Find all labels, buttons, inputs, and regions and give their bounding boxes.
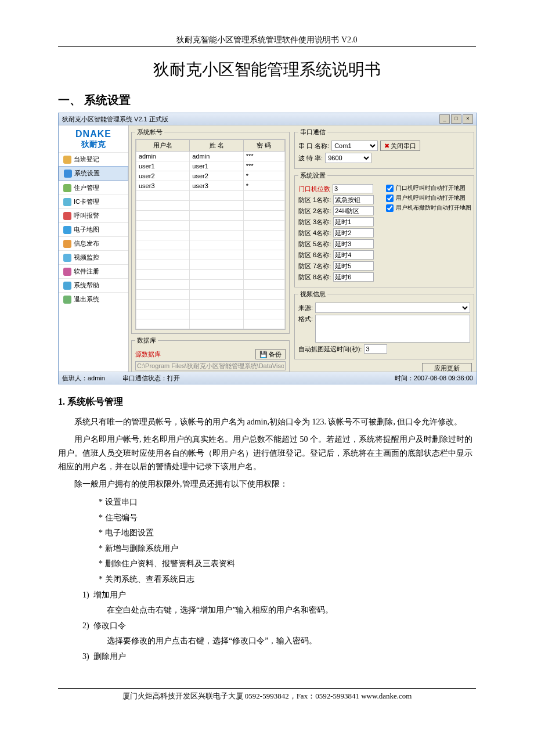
auto-map-label-0: 门口机呼叫时自动打开地图: [396, 184, 466, 192]
nav-icon: [63, 184, 71, 192]
baud-label: 波 特 率:: [298, 154, 323, 163]
nav-icon: [63, 198, 71, 206]
db-source-label: 源数据库: [135, 350, 161, 359]
zone-input-7[interactable]: [333, 272, 374, 282]
zone-label-2: 防区 3名称:: [298, 218, 331, 226]
video-src-select[interactable]: [315, 303, 470, 313]
db-backup-button[interactable]: 💾备份: [255, 349, 286, 359]
zone-input-1[interactable]: [333, 206, 374, 215]
doc-title: 狄耐克小区智能管理系统说明书: [58, 59, 476, 81]
sidebar-item-2[interactable]: 住户管理: [59, 181, 128, 195]
nav-icon: [63, 156, 71, 164]
nav-label: 软件注册: [74, 267, 99, 276]
nav-label: 系统帮助: [74, 281, 99, 290]
video-fmt-box[interactable]: [315, 315, 470, 343]
steps-list: 1) 增加用户在空白处点击右键，选择“增加用户”输入相应的用户名和密码。2) 修…: [82, 588, 476, 665]
zone-input-0[interactable]: [333, 195, 374, 204]
section-1-1: 1. 系统帐号管理: [58, 396, 476, 408]
auto-map-chk-1[interactable]: [386, 195, 394, 202]
nav-label: 视频监控: [74, 253, 99, 262]
nav-label: 住户管理: [74, 183, 99, 192]
baud-select[interactable]: 9600: [325, 153, 371, 163]
maximize-button[interactable]: □: [451, 114, 461, 124]
zone-input-4[interactable]: [333, 239, 374, 249]
nav-label: 系统设置: [74, 169, 100, 178]
zone-label-6: 防区 7名称:: [298, 262, 331, 271]
save-icon: 💾: [259, 351, 268, 358]
para-3: 除一般用户拥有的使用权限外,管理员还拥有以下使用权限：: [58, 477, 476, 491]
nav-icon: [64, 170, 72, 178]
status-time: 时间：2007-08-08 09:36:00: [395, 374, 473, 383]
close-port-button[interactable]: ✖ 关闭串口: [380, 141, 420, 151]
accounts-legend: 系统帐号: [135, 128, 164, 136]
sidebar-item-8[interactable]: 软件注册: [59, 264, 128, 278]
zone-label-7: 防区 8名称:: [298, 273, 331, 282]
nav-icon: [63, 240, 71, 248]
auto-map-chk-0[interactable]: [386, 185, 394, 192]
nav-icon: [63, 254, 71, 262]
sys-legend: 系统设置: [298, 171, 327, 180]
status-bar: 值班人：admin 串口通信状态：打开 时间：2007-08-08 09:36:…: [59, 372, 477, 384]
db-path-field: [135, 361, 286, 370]
nav-icon: [63, 296, 71, 304]
nav-label: 电子地图: [74, 225, 99, 234]
sidebar: DNAKE狄耐克 当班登记系统设置住户管理IC卡管理呼叫报警电子地图信息发布视频…: [59, 125, 129, 372]
zone-input-5[interactable]: [333, 250, 374, 260]
auto-map-chk-2[interactable]: [386, 204, 394, 212]
logo: DNAKE狄耐克: [59, 125, 128, 151]
window-titlebar: 狄耐克小区智能管理系统 V2.1 正式版 _ □ ×: [59, 113, 477, 125]
close-button[interactable]: ×: [463, 114, 473, 124]
zone-label-4: 防区 5名称:: [298, 240, 331, 249]
sidebar-item-10[interactable]: 退出系统: [59, 292, 128, 306]
para-1: 系统只有唯一的管理员帐号，该帐号的用户名为 admin,初始口令为 123. 该…: [58, 415, 476, 429]
doc-header: 狄耐克智能小区管理系统管理软件使用说明书 V2.0: [58, 35, 476, 47]
delay-input[interactable]: [364, 344, 387, 354]
sidebar-item-6[interactable]: 信息发布: [59, 236, 128, 250]
zone-label-5: 防区 6名称:: [298, 251, 331, 260]
nav-label: IC卡管理: [74, 197, 99, 206]
video-legend: 视频信息: [298, 290, 327, 298]
nav-label: 退出系统: [74, 295, 99, 304]
sidebar-item-0[interactable]: 当班登记: [59, 152, 128, 166]
nav-icon: [63, 268, 71, 276]
sidebar-item-7[interactable]: 视频监控: [59, 250, 128, 264]
video-src-label: 来源:: [298, 304, 313, 312]
app-screenshot: 狄耐克小区智能管理系统 V2.1 正式版 _ □ × DNAKE狄耐克 当班登记…: [58, 113, 477, 384]
accounts-table[interactable]: 用户名姓 名密 码adminadmin***user1user1***user2…: [136, 139, 285, 329]
sidebar-item-5[interactable]: 电子地图: [59, 222, 128, 236]
door-label: 门口机位数: [298, 185, 330, 193]
serial-legend: 串口通信: [298, 128, 327, 136]
doc-footer: 厦门火炬高科技开发区兴联电子大厦 0592-5993842，Fax：0592-5…: [58, 688, 476, 701]
window-title: 狄耐克小区智能管理系统 V2.1 正式版: [62, 115, 439, 124]
sidebar-item-4[interactable]: 呼叫报警: [59, 208, 128, 222]
zone-label-3: 防区 4名称:: [298, 229, 331, 237]
delay-label: 自动抓图延迟时间(秒):: [298, 345, 362, 354]
nav-label: 当班登记: [74, 155, 99, 164]
nav-icon: [63, 282, 71, 290]
sidebar-item-3[interactable]: IC卡管理: [59, 195, 128, 208]
privilege-list: * 设置串口* 住宅编号* 电子地图设置* 新增与删除系统用户* 删除住户资料、…: [99, 495, 476, 588]
auto-map-label-2: 用户机布撤防时自动打开地图: [396, 204, 471, 212]
zone-label-1: 防区 2名称:: [298, 207, 331, 215]
right-pane: 串口通信 串 口 名称: Com1 ✖ 关闭串口 波 特 率: 9600 系统设…: [292, 125, 477, 372]
nav-icon: [63, 226, 71, 234]
zone-label-0: 防区 1名称:: [298, 196, 331, 204]
nav-icon: [63, 212, 71, 220]
port-select[interactable]: Com1: [331, 141, 378, 151]
door-input[interactable]: [333, 184, 373, 193]
minimize-button[interactable]: _: [439, 114, 450, 124]
port-label: 串 口 名称:: [298, 142, 329, 150]
section-1: 一、 系统设置: [58, 92, 476, 108]
center-pane: 系统帐号 用户名姓 名密 码adminadmin***user1user1***…: [129, 125, 292, 372]
nav-label: 呼叫报警: [74, 211, 99, 220]
status-com: 串口通信状态：打开: [122, 374, 180, 383]
apply-button[interactable]: 应用更新: [422, 363, 472, 372]
zone-input-6[interactable]: [333, 261, 374, 271]
nav-label: 信息发布: [74, 239, 99, 248]
zone-input-3[interactable]: [333, 228, 374, 237]
video-fmt-label: 格式:: [298, 315, 313, 323]
sidebar-item-1[interactable]: 系统设置: [59, 166, 128, 181]
sidebar-item-9[interactable]: 系统帮助: [59, 278, 128, 292]
status-user: 值班人：admin: [62, 374, 105, 383]
zone-input-2[interactable]: [333, 217, 374, 226]
